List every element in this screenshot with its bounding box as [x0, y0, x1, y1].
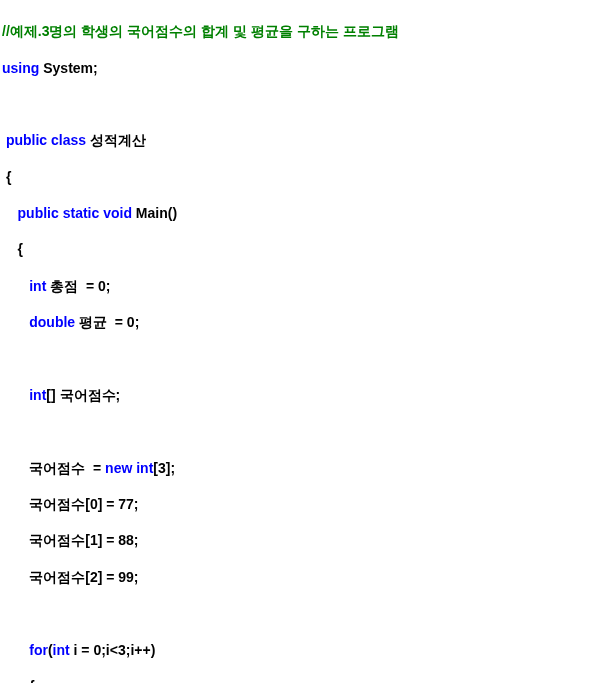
keyword-static: static: [59, 205, 103, 221]
keyword-double: double: [29, 314, 75, 330]
method-name: Main(): [136, 205, 177, 221]
var-decl: 총점 = 0;: [46, 278, 110, 294]
array-brackets: []: [46, 387, 59, 403]
keyword-new: new: [105, 460, 132, 476]
class-name: 성적계산: [90, 132, 146, 148]
brace: {: [18, 241, 23, 257]
brace: {: [6, 169, 11, 185]
keyword-int: int: [29, 387, 46, 403]
var-decl: 국어점수;: [60, 387, 121, 403]
array-init: 국어점수[0] = 77;: [29, 496, 138, 512]
keyword-class: class: [47, 132, 90, 148]
keyword-void: void: [103, 205, 136, 221]
code-comment: //예제.3명의 학생의 국어점수의 합계 및 평균을 구하는 프로그램: [2, 22, 598, 40]
array-assign: 국어점수 =: [29, 460, 105, 476]
code-editor[interactable]: //예제.3명의 학생의 국어점수의 합계 및 평균을 구하는 프로그램 usi…: [0, 0, 600, 683]
array-init: 국어점수[2] = 99;: [29, 569, 138, 585]
brace: {: [29, 678, 34, 683]
keyword-int: int: [132, 460, 153, 476]
keyword-public: public: [18, 205, 59, 221]
keyword-public: public: [6, 132, 47, 148]
keyword-using: using: [2, 60, 39, 76]
keyword-for: for: [29, 642, 48, 658]
for-cond: i = 0;i<3;i++): [70, 642, 156, 658]
var-decl: 평균 = 0;: [75, 314, 139, 330]
namespace: System;: [39, 60, 97, 76]
array-size: [3];: [153, 460, 175, 476]
keyword-int: int: [29, 278, 46, 294]
array-init: 국어점수[1] = 88;: [29, 532, 138, 548]
keyword-int: int: [53, 642, 70, 658]
